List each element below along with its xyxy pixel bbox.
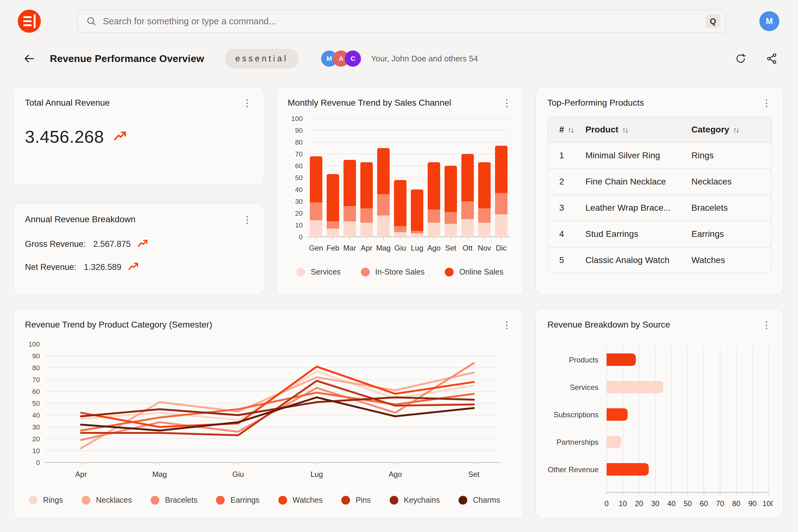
table-row: 3Leather Wrap Brace...Bracelets (548, 195, 771, 221)
cards-grid: Total Annual Revenue ⋮ 3.456.268 Annual … (13, 87, 785, 519)
legend-label: Earrings (230, 496, 259, 505)
logo-glyph-icon (23, 16, 32, 26)
svg-text:90: 90 (748, 499, 757, 508)
svg-text:30: 30 (651, 499, 660, 508)
legend-label: Pins (356, 496, 371, 505)
legend-item: Keychains (390, 496, 440, 505)
legend-label: Charms (473, 496, 500, 505)
trending-up-icon (136, 238, 150, 250)
kebab-menu-button[interactable]: ⋮ (242, 214, 252, 225)
legend-item: Watches (278, 496, 323, 505)
svg-text:Giu: Giu (232, 470, 244, 478)
svg-text:100: 100 (762, 499, 773, 508)
svg-text:60: 60 (33, 388, 40, 396)
svg-text:20: 20 (33, 435, 40, 443)
svg-text:80: 80 (33, 364, 40, 372)
user-avatar[interactable]: M (759, 11, 779, 31)
legend-item: Charms (458, 496, 500, 505)
legend-label: Services (311, 267, 341, 277)
members-text: Your, John Doe and others 54 (371, 54, 478, 63)
table-row: 2Fine Chain NecklaceNecklaces (548, 169, 771, 195)
svg-text:Mar: Mar (343, 244, 356, 252)
svg-text:70: 70 (716, 499, 724, 508)
legend-item: Rings (29, 496, 63, 505)
sort-icon[interactable]: ↑↓ (733, 126, 739, 134)
svg-text:Lug: Lug (411, 244, 423, 252)
share-button[interactable] (764, 51, 779, 66)
table-cell: Classic Analog Watch (585, 247, 691, 273)
svg-text:Gen: Gen (309, 244, 323, 252)
global-search[interactable]: Q (77, 10, 726, 33)
sort-icon[interactable]: ↑↓ (568, 126, 573, 134)
kebab-menu-button[interactable]: ⋮ (761, 98, 772, 109)
member-avatar-group[interactable]: M A C (321, 51, 361, 67)
legend-label: Rings (43, 496, 63, 505)
card-title: Annual Revenue Breakdown (25, 214, 136, 224)
svg-text:Lug: Lug (310, 470, 323, 478)
legend-label: Necklaces (96, 496, 132, 505)
legend-swatch-icon (458, 496, 467, 505)
trending-up-icon (127, 261, 140, 273)
column-header-rank[interactable]: #↑↓ (548, 117, 585, 142)
app-logo[interactable] (18, 10, 41, 33)
share-icon (766, 53, 778, 64)
column-header-category[interactable]: Category↑↓ (691, 117, 771, 142)
svg-text:30: 30 (33, 423, 40, 431)
svg-text:Ott: Ott (462, 244, 473, 252)
svg-text:10: 10 (295, 221, 303, 229)
table-header-row: #↑↓ Product↑↓ Category↑↓ (548, 117, 771, 142)
dashboard-page: Q M Revenue Performance Overview essenti… (0, 0, 798, 532)
net-revenue-value: 1.326.589 (84, 262, 121, 272)
legend-swatch-icon (297, 268, 305, 277)
card-title: Revenue Trend by Product Category (Semes… (25, 320, 212, 330)
legend-label: Online Sales (459, 267, 504, 277)
table-row: 5Classic Analog WatchWatches (548, 247, 771, 273)
back-arrow-icon (23, 52, 36, 65)
table-cell: Necklaces (691, 169, 771, 195)
search-input[interactable] (103, 16, 706, 26)
svg-text:Feb: Feb (326, 244, 339, 252)
legend-label: In-Store Sales (375, 267, 424, 277)
kebab-menu-button[interactable]: ⋮ (501, 320, 512, 330)
refresh-button[interactable] (733, 51, 748, 66)
legend-item: Online Sales (445, 267, 504, 277)
monthly-stacked-bar-chart: 0102030405060708090100GenFebMarAprMagGiu… (288, 113, 513, 262)
svg-text:Apr: Apr (361, 244, 372, 252)
kebab-menu-button[interactable]: ⋮ (761, 320, 772, 330)
card-title: Total Annual Revenue (25, 98, 110, 108)
legend-item: Earrings (216, 496, 259, 505)
svg-text:0: 0 (299, 233, 303, 241)
sort-icon[interactable]: ↑↓ (622, 126, 628, 134)
table-cell: 5 (548, 247, 585, 273)
legend-swatch-icon (341, 496, 350, 505)
svg-text:Set: Set (445, 244, 456, 252)
back-button[interactable] (22, 51, 37, 66)
avatar: C (345, 51, 361, 67)
legend-swatch-icon (151, 496, 159, 505)
kebab-menu-button[interactable]: ⋮ (242, 98, 252, 109)
column-header-product[interactable]: Product↑↓ (585, 117, 691, 142)
legend-swatch-icon (216, 496, 225, 505)
category-trend-card: Revenue Trend by Product Category (Semes… (13, 308, 524, 519)
legend-item: Bracelets (151, 496, 197, 505)
svg-text:100: 100 (291, 115, 303, 122)
svg-text:50: 50 (295, 174, 303, 182)
legend-item: Pins (341, 496, 371, 505)
legend-label: Bracelets (165, 496, 197, 505)
gross-revenue-label: Gross Revenue: (25, 239, 86, 249)
svg-text:90: 90 (33, 352, 40, 360)
search-icon (86, 16, 97, 26)
top-products-table-body: 1Minimal Silver RingRings2Fine Chain Nec… (548, 142, 771, 273)
svg-text:Set: Set (468, 470, 479, 478)
legend-label: Watches (293, 496, 323, 505)
table-cell: Watches (691, 247, 771, 273)
legend-swatch-icon (278, 496, 287, 505)
legend-swatch-icon (29, 496, 37, 505)
svg-text:Products: Products (569, 356, 598, 364)
top-products-table: #↑↓ Product↑↓ Category↑↓ 1Minimal Silver… (547, 117, 772, 274)
svg-text:80: 80 (732, 499, 741, 508)
svg-text:Other Revenue: Other Revenue (548, 465, 598, 474)
svg-text:Subscriptions: Subscriptions (554, 411, 598, 419)
kebab-menu-button[interactable]: ⋮ (501, 98, 512, 109)
table-row: 4Stud EarringsEarrings (548, 221, 771, 247)
